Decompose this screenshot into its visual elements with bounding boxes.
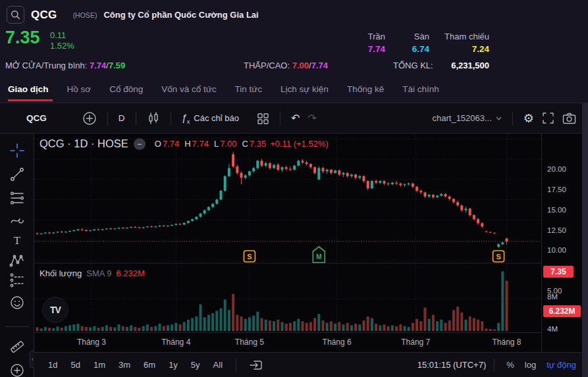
page-scrollbar[interactable] bbox=[582, 103, 588, 377]
compare-add-button[interactable] bbox=[78, 109, 101, 128]
price-axis-tick: 17.50 bbox=[547, 185, 566, 194]
settings-button[interactable]: ⚙ bbox=[520, 109, 538, 128]
volume-bar bbox=[285, 324, 288, 331]
volume-bar bbox=[342, 324, 345, 331]
price-axis[interactable]: 20.0017.5015.0012.5010.005.007.358M4M6.2… bbox=[541, 134, 582, 377]
range-all[interactable]: All bbox=[209, 357, 227, 372]
volume-bar bbox=[379, 325, 381, 331]
log-scale-button[interactable]: log bbox=[520, 358, 541, 372]
tab-tai-chinh[interactable]: Tài chính bbox=[393, 76, 448, 103]
volume-bar bbox=[191, 318, 194, 331]
volume-bar bbox=[159, 324, 161, 331]
svg-text:S: S bbox=[496, 253, 500, 261]
legend-collapse-button[interactable]: − bbox=[134, 138, 146, 150]
range-5y[interactable]: 5y bbox=[186, 357, 205, 372]
legend-open: 7.74 bbox=[163, 139, 179, 149]
range-6m[interactable]: 6m bbox=[139, 357, 160, 372]
crosshair-icon bbox=[9, 143, 25, 159]
candlestick-chart[interactable]: SMS bbox=[34, 134, 541, 332]
time-axis[interactable]: Tháng 3Tháng 4Tháng 5Tháng 6Tháng 7Tháng… bbox=[34, 332, 541, 352]
volume-axis-tick: 4M bbox=[547, 324, 558, 334]
volume-bar bbox=[126, 327, 128, 331]
volume-bar bbox=[105, 325, 108, 331]
tab-tin-tuc[interactable]: Tin tức bbox=[226, 76, 272, 103]
volume-bar bbox=[297, 319, 300, 331]
clock[interactable]: 15:01:15 (UTC+7) bbox=[417, 360, 486, 370]
volume-bar bbox=[277, 320, 279, 331]
volume-bar bbox=[489, 329, 492, 331]
range-1d[interactable]: 1d bbox=[43, 357, 62, 372]
legend-low: 7.00 bbox=[220, 139, 236, 149]
volume-axis-tick: 8M bbox=[547, 292, 558, 301]
tab-thong-ke[interactable]: Thống kê bbox=[338, 76, 393, 103]
projection-tool[interactable] bbox=[9, 272, 25, 288]
text-tool[interactable]: T bbox=[9, 232, 25, 248]
range-1y[interactable]: 1y bbox=[164, 357, 182, 372]
stock-header: QCG (HOSE) Công ty Cổ phần Quốc Cường Gi… bbox=[0, 0, 588, 76]
crosshair-tool[interactable] bbox=[9, 143, 25, 159]
range-1m[interactable]: 1m bbox=[89, 357, 110, 372]
tradingview-logo[interactable]: TV bbox=[42, 297, 68, 323]
chart-symbol-button[interactable]: QCG bbox=[22, 111, 51, 126]
volume-bar bbox=[52, 328, 55, 331]
trend-line-tool[interactable] bbox=[9, 166, 25, 182]
time-axis-label: Tháng 3 bbox=[70, 338, 113, 347]
tab-von-va-co-tuc[interactable]: Vốn và cổ tức bbox=[152, 76, 225, 103]
volume-bar bbox=[317, 314, 320, 331]
total-volume-label: TỔNG KL: bbox=[393, 61, 433, 70]
open-value: 7.74 bbox=[90, 61, 106, 70]
chart-area: SMS QCG · 1D · HOSE − O7.74 H7.74 L7.00 … bbox=[34, 134, 541, 332]
volume-bar bbox=[383, 324, 386, 331]
emoji-tool[interactable] bbox=[9, 295, 25, 311]
interval-button[interactable]: D bbox=[115, 111, 129, 126]
fullscreen-button[interactable] bbox=[538, 109, 558, 127]
redo-button[interactable]: ↷ bbox=[304, 109, 320, 127]
range-3m[interactable]: 3m bbox=[114, 357, 135, 372]
undo-button[interactable]: ↶ bbox=[287, 109, 304, 127]
volume-bar bbox=[387, 326, 390, 331]
volume-bar bbox=[203, 317, 206, 331]
range-5d[interactable]: 5d bbox=[66, 357, 84, 372]
volume-bar bbox=[436, 321, 439, 331]
indicators-button[interactable]: ƒx Các chỉ báo bbox=[178, 109, 244, 128]
tab-lich-su-kien[interactable]: Lịch sự kiện bbox=[271, 76, 338, 103]
tab-ho-so[interactable]: Hồ sơ bbox=[58, 76, 101, 103]
search-button[interactable] bbox=[7, 6, 24, 24]
tab-giao-dich[interactable]: Giao dịch bbox=[8, 76, 58, 103]
volume-bar bbox=[195, 316, 198, 331]
goto-date-icon bbox=[250, 359, 263, 371]
high-label: H bbox=[184, 139, 190, 149]
chart-layout-name: chart_152063... bbox=[433, 113, 492, 123]
section-tabs: Giao dịch Hồ sơ Cổ đông Vốn và cổ tức Ti… bbox=[0, 76, 588, 103]
percent-scale-button[interactable]: % bbox=[501, 358, 520, 372]
fib-retracement-tool[interactable] bbox=[9, 190, 25, 206]
volume-bar bbox=[179, 324, 182, 331]
volume-bar bbox=[130, 325, 132, 331]
volume-bar bbox=[97, 328, 100, 331]
volume-bar bbox=[150, 327, 153, 331]
text-icon: T bbox=[9, 232, 25, 248]
pattern-tool[interactable] bbox=[9, 253, 25, 268]
ceiling-column: Trần 7.74 bbox=[343, 30, 385, 55]
volume-bar bbox=[77, 324, 80, 331]
brush-tool[interactable] bbox=[9, 212, 25, 228]
chart-layout-menu[interactable]: chart_152063... bbox=[429, 111, 506, 126]
snapshot-button[interactable] bbox=[558, 110, 580, 127]
chart-type-button[interactable] bbox=[143, 109, 164, 128]
volume-label: Khối lượng bbox=[40, 268, 82, 278]
zoom-in-tool[interactable] bbox=[9, 363, 25, 377]
svg-text:T: T bbox=[14, 234, 21, 247]
low-high: THẤP/CAO: 7.00/7.74 bbox=[244, 61, 328, 70]
measure-tool[interactable] bbox=[9, 339, 25, 355]
layout-grid-icon bbox=[256, 112, 269, 125]
tab-co-dong[interactable]: Cổ đông bbox=[100, 76, 152, 103]
candles-icon bbox=[147, 112, 160, 125]
auto-scale-button[interactable]: tự động bbox=[541, 358, 581, 372]
open-label: O bbox=[155, 139, 161, 149]
volume-bar bbox=[473, 318, 475, 331]
volume-bar bbox=[395, 326, 398, 331]
layout-grid-button[interactable] bbox=[252, 109, 273, 128]
chart-bottom-bar: 1d 5d 1m 3m 6m 1y 5y All 15:01:15 (UTC+7… bbox=[34, 352, 588, 377]
goto-date-button[interactable] bbox=[245, 357, 267, 374]
time-axis-label: Tháng 6 bbox=[316, 338, 358, 347]
